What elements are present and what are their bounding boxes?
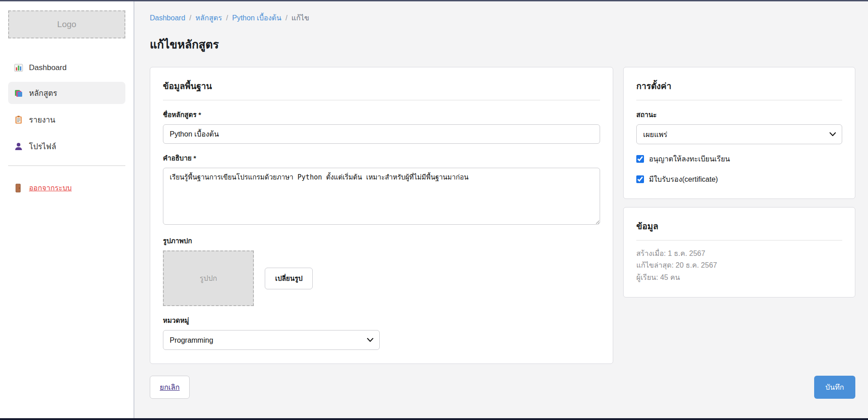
breadcrumb-separator: / [226, 14, 228, 22]
breadcrumb-dashboard[interactable]: Dashboard [150, 14, 185, 22]
app-window: Logo Dashboard หลักสูตร [0, 1, 868, 418]
change-image-button[interactable]: เปลี่ยนรูป [265, 268, 313, 289]
right-column: การตั้งค่า สถานะ เผยแพร่ อนุญาตให้ลงทะ [623, 67, 855, 297]
breadcrumb-current: แก้ไข [291, 12, 309, 24]
cover-placeholder-text: รูปปก [200, 273, 217, 284]
category-label: หมวดหมู่ [163, 315, 600, 326]
settings-title: การตั้งค่า [636, 79, 842, 93]
info-card: ข้อมูล สร้างเมื่อ: 1 ธ.ค. 2567 แก้ไขล่าส… [623, 207, 855, 297]
info-title: ข้อมูล [636, 219, 842, 233]
sidebar-divider [8, 165, 125, 166]
books-icon [14, 89, 23, 98]
sidebar-item-label: รายงาน [29, 113, 55, 126]
sidebar-item-label: โปรไฟล์ [29, 140, 56, 152]
sidebar-item-dashboard[interactable]: Dashboard [8, 58, 125, 77]
certificate-label: มีใบรับรอง(certificate) [649, 174, 718, 185]
cover-image-placeholder: รูปปก [163, 250, 254, 306]
cover-image-label: รูปภาพปก [163, 236, 600, 246]
main-content: Dashboard / หลักสูตร / Python เบื้องต้น … [134, 1, 868, 418]
logo-text: Logo [57, 19, 76, 29]
info-created: สร้างเมื่อ: 1 ธ.ค. 2567 [636, 248, 842, 260]
description-textarea[interactable]: เรียนรู้พื้นฐานการเขียนโปรแกรมด้วยภาษา P… [163, 168, 600, 225]
section-divider [636, 100, 842, 100]
section-divider [636, 240, 842, 241]
clipboard-icon [14, 115, 23, 124]
allow-enrollment-checkbox[interactable] [636, 155, 644, 163]
logout-label: ออกจากระบบ [29, 182, 72, 193]
sidebar-item-label: หลักสูตร [29, 87, 57, 99]
person-icon [14, 142, 23, 151]
status-select[interactable]: เผยแพร่ [636, 124, 842, 144]
sidebar: Logo Dashboard หลักสูตร [0, 1, 134, 418]
breadcrumb-course-name[interactable]: Python เบื้องต้น [232, 12, 281, 24]
allow-enrollment-checkbox-row[interactable]: อนุญาตให้ลงทะเบียนเรียน [636, 153, 842, 165]
breadcrumb-separator: / [286, 14, 287, 22]
status-label: สถานะ [636, 109, 842, 120]
sidebar-item-profile[interactable]: โปรไฟล์ [8, 135, 125, 157]
basic-info-card: ข้อมูลพื้นฐาน ชื่อหลักสูตร * คำอธิบาย * … [150, 67, 613, 364]
course-name-label: ชื่อหลักสูตร * [163, 109, 600, 120]
breadcrumb-courses[interactable]: หลักสูตร [196, 12, 222, 24]
certificate-checkbox[interactable] [636, 175, 644, 183]
page-title: แก้ไขหลักสูตร [150, 35, 855, 53]
sidebar-item-courses[interactable]: หลักสูตร [8, 82, 125, 104]
basic-info-title: ข้อมูลพื้นฐาน [163, 79, 600, 93]
sidebar-item-reports[interactable]: รายงาน [8, 109, 125, 131]
info-updated: แก้ไขล่าสุด: 20 ธ.ค. 2567 [636, 260, 842, 271]
sidebar-item-label: Dashboard [29, 63, 67, 72]
actions-row: ยกเลิก บันทึก [150, 376, 855, 399]
save-button[interactable]: บันทึก [814, 376, 855, 399]
allow-enrollment-label: อนุญาตให้ลงทะเบียนเรียน [649, 153, 730, 165]
info-students: ผู้เรียน: 45 คน [636, 272, 842, 283]
settings-card: การตั้งค่า สถานะ เผยแพร่ อนุญาตให้ลงทะ [623, 67, 855, 199]
breadcrumb: Dashboard / หลักสูตร / Python เบื้องต้น … [150, 12, 855, 24]
logout-button[interactable]: ออกจากระบบ [8, 179, 125, 196]
description-label: คำอธิบาย * [163, 153, 600, 164]
logo: Logo [8, 10, 125, 38]
certificate-checkbox-row[interactable]: มีใบรับรอง(certificate) [636, 174, 842, 185]
breadcrumb-separator: / [189, 14, 191, 22]
cancel-button[interactable]: ยกเลิก [150, 376, 190, 399]
bar-chart-icon [14, 63, 23, 72]
category-select[interactable]: Programming [163, 330, 380, 350]
section-divider [163, 100, 600, 100]
door-icon [14, 184, 23, 193]
course-name-input[interactable] [163, 124, 600, 144]
